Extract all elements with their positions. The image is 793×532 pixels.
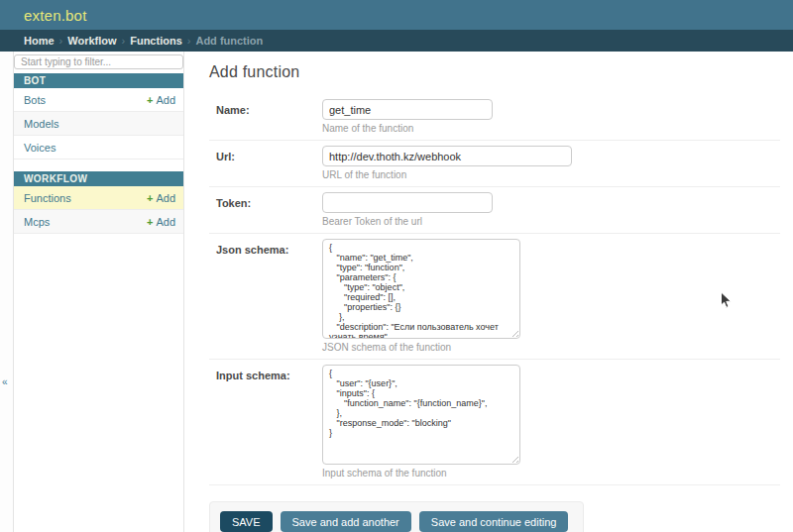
submit-row: SAVE Save and add another Save and conti…: [209, 501, 584, 532]
input-schema-label: Input schema:: [216, 365, 322, 381]
brand-link[interactable]: exten.bot: [24, 7, 87, 24]
form-row-json-schema: Json schema: { "name": "get_time", "type…: [209, 234, 780, 360]
sidebar-section-bot: BOT Bots +Add Models Voices: [14, 73, 183, 160]
sidebar-item-label[interactable]: Bots: [24, 94, 46, 106]
name-input[interactable]: [322, 99, 493, 120]
save-continue-editing-button[interactable]: Save and continue editing: [419, 511, 569, 532]
input-schema-textarea[interactable]: { "user": "{user}", "inputs": { "functio…: [322, 365, 520, 465]
sidebar-item-label[interactable]: Mcps: [24, 216, 50, 228]
url-help-text: URL of the function: [322, 169, 572, 180]
add-bot-button[interactable]: +Add: [147, 94, 175, 106]
sidebar-item-label[interactable]: Models: [24, 118, 58, 130]
add-label: Add: [156, 192, 175, 204]
json-schema-label: Json schema:: [216, 239, 322, 256]
sidebar-item-functions[interactable]: Functions +Add: [14, 186, 183, 210]
plus-icon: +: [147, 94, 153, 106]
json-schema-help-text: JSON schema of the function: [322, 342, 520, 353]
breadcrumb-separator: ›: [59, 35, 63, 47]
form-row-name: Name: Name of the function: [209, 94, 780, 141]
breadcrumb-separator: ›: [122, 35, 126, 47]
breadcrumb-workflow[interactable]: Workflow: [67, 35, 116, 47]
sidebar: BOT Bots +Add Models Voices WORKFLOW Fun…: [13, 52, 184, 532]
url-label: Url:: [216, 146, 322, 162]
save-add-another-button[interactable]: Save and add another: [281, 511, 411, 532]
sidebar-item-label[interactable]: Voices: [24, 142, 56, 154]
breadcrumb: Home › Workflow › Functions › Add functi…: [0, 30, 793, 52]
sidebar-collapse-icon[interactable]: «: [2, 376, 8, 387]
sidebar-section-title: BOT: [14, 73, 183, 88]
token-help-text: Bearer Token of the url: [322, 216, 493, 227]
sidebar-item-mcps[interactable]: Mcps +Add: [14, 210, 183, 234]
plus-icon: +: [147, 192, 153, 204]
save-button[interactable]: SAVE: [220, 511, 273, 532]
plus-icon: +: [147, 216, 153, 228]
token-input[interactable]: [322, 192, 493, 213]
sidebar-item-bots[interactable]: Bots +Add: [14, 88, 183, 112]
app-header: exten.bot: [0, 0, 793, 30]
page-title: Add function: [209, 63, 780, 81]
input-schema-help-text: Input schema of the function: [322, 468, 520, 479]
sidebar-item-models[interactable]: Models: [14, 112, 183, 136]
sidebar-collapse-strip: «: [0, 52, 13, 532]
sidebar-item-voices[interactable]: Voices: [14, 136, 183, 160]
name-help-text: Name of the function: [322, 123, 493, 134]
sidebar-section-title: WORKFLOW: [14, 171, 183, 186]
main-content: Add function Name: Name of the function …: [209, 52, 780, 532]
token-label: Token:: [216, 192, 322, 209]
sidebar-section-workflow: WORKFLOW Functions +Add Mcps +Add: [14, 171, 183, 234]
add-label: Add: [156, 94, 175, 106]
sidebar-item-label[interactable]: Functions: [24, 192, 71, 204]
breadcrumb-functions[interactable]: Functions: [130, 35, 182, 47]
sidebar-filter-input[interactable]: [14, 54, 183, 69]
form-row-token: Token: Bearer Token of the url: [209, 187, 780, 234]
add-function-button[interactable]: +Add: [147, 192, 175, 204]
url-input[interactable]: [322, 146, 572, 166]
add-mcp-button[interactable]: +Add: [147, 216, 175, 228]
form-row-input-schema: Input schema: { "user": "{user}", "input…: [209, 360, 780, 485]
breadcrumb-separator: ›: [187, 35, 191, 47]
name-label: Name:: [216, 99, 322, 116]
add-label: Add: [156, 216, 175, 228]
breadcrumb-current: Add function: [195, 35, 263, 47]
json-schema-textarea[interactable]: { "name": "get_time", "type": "function"…: [322, 239, 520, 339]
form-row-url: Url: URL of the function: [209, 141, 780, 187]
breadcrumb-home[interactable]: Home: [24, 35, 55, 47]
